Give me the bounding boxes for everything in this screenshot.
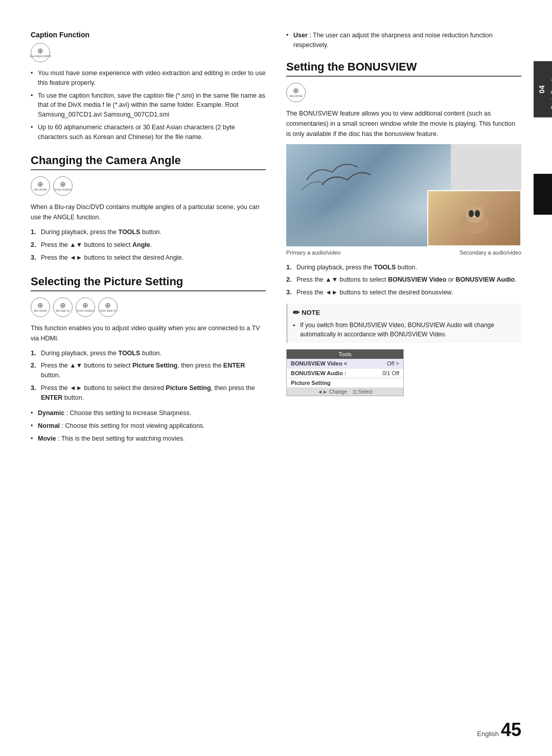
picture-setting-steps: 1. During playback, press the TOOLS butt… <box>31 349 266 403</box>
caption-bullet-3: Up to 60 alphanumeric characters or 30 E… <box>31 123 266 142</box>
dvdvideo-badge-ps: ⊕ DVD-VIDEO <box>76 297 95 317</box>
side-tab-number: 04 <box>538 85 546 94</box>
camera-angle-section: Changing the Camera Angle ⊕ BD-ROM ⊕ DVD… <box>31 154 266 262</box>
tools-menu-row-picture-setting: Picture Setting <box>287 378 403 388</box>
bonusview-intro: The BONUSVIEW feature allows you to view… <box>286 108 521 139</box>
tools-menu-footer: ◄► Change ⊡ Select <box>287 388 403 396</box>
bdrom-badge-bv: ⊕ BD-ROM <box>286 83 306 102</box>
main-content: Caption Function ⊕ DivX/MKV/MP4 You must… <box>31 31 521 456</box>
ps-dynamic: Dynamic : Choose this setting to increas… <box>31 408 266 418</box>
note-icon: ✏ <box>293 308 300 317</box>
note-label: NOTE <box>302 309 320 316</box>
caption-function-badges: ⊕ DivX/MKV/MP4 <box>31 43 266 62</box>
user-bullet-section: User : The user can adjust the sharpness… <box>286 31 521 50</box>
camera-angle-step-2: 2. Press the ▲▼ buttons to select Angle. <box>31 240 266 250</box>
camera-angle-step-1: 1. During playback, press the TOOLS butt… <box>31 227 266 237</box>
user-bullet-list: User : The user can adjust the sharpness… <box>286 31 521 50</box>
bv-step-3: 3. Press the ◄► buttons to select the de… <box>286 288 521 297</box>
ps-step-2: 2. Press the ▲▼ buttons to select Pictur… <box>31 361 266 380</box>
picture-setting-sub-bullets: Dynamic : Choose this setting to increas… <box>31 408 266 443</box>
divx-badge-icon: ⊕ <box>37 47 43 54</box>
note-title: ✏ NOTE <box>293 308 516 317</box>
dvdrw-badge-ps: ⊕ DVD-RW/-R <box>98 297 118 317</box>
svg-point-6 <box>473 216 476 218</box>
page-container: 04 Basic Functions Caption Function ⊕ Di… <box>0 0 552 756</box>
caption-function-list: You must have some experience with video… <box>31 68 266 142</box>
bonusview-image <box>286 144 521 246</box>
tools-menu: Tools BONUSVIEW Video < Off > BONUSVIEW … <box>286 349 404 396</box>
primary-label: Primary a audio/video <box>286 249 340 256</box>
ps-step-3: 3. Press the ◄► buttons to select the de… <box>31 383 266 403</box>
picture-setting-section: Selecting the Picture Setting ⊕ BD-ROM ⊕… <box>31 275 266 444</box>
bonusview-image-labels: Primary a audio/video Secondary a audio/… <box>286 249 521 256</box>
picture-setting-badges: ⊕ BD-ROM ⊕ BD-RE/-R ⊕ DVD-VIDEO ⊕ DVD-RW… <box>31 297 266 317</box>
bonusview-note: ✏ NOTE If you switch from BONUSVIEW Vide… <box>286 304 521 343</box>
side-tab-text: Basic Functions <box>550 70 552 109</box>
bdrom-badge-ps: ⊕ BD-ROM <box>31 297 50 317</box>
ps-step-1: 1. During playback, press the TOOLS butt… <box>31 349 266 358</box>
bv-step-2: 2. Press the ▲▼ buttons to select BONUSV… <box>286 275 521 285</box>
camera-angle-badges: ⊕ BD-ROM ⊕ DVD-VIDEO <box>31 176 266 196</box>
camera-angle-step-3: 3. Press the ◄► buttons to select the de… <box>31 253 266 263</box>
ps-normal: Normal : Choose this setting for most vi… <box>31 421 266 431</box>
camera-angle-intro: When a Blu-ray Disc/DVD contains multipl… <box>31 202 266 222</box>
bird-svg <box>296 149 399 211</box>
bonusview-secondary-area <box>427 190 521 246</box>
tools-menu-row-bonusview-audio: BONUSVIEW Audio : 0/1 Off <box>287 369 403 378</box>
bonusview-section: Setting the BONUSVIEW ⊕ BD-ROM The BONUS… <box>286 60 521 396</box>
page-footer: English 45 <box>477 719 521 741</box>
dvdvideo-badge-angle: ⊕ DVD-VIDEO <box>53 176 73 196</box>
footer-lang: English <box>477 730 499 738</box>
caption-bullet-1: You must have some experience with video… <box>31 68 266 88</box>
secondary-label: Secondary a audio/video <box>459 249 521 256</box>
bdrom-badge-angle: ⊕ BD-ROM <box>31 176 50 196</box>
bv-step-1: 1. During playback, press the TOOLS butt… <box>286 263 521 272</box>
divx-badge: ⊕ DivX/MKV/MP4 <box>31 43 50 62</box>
picture-setting-intro: This function enables you to adjust vide… <box>31 323 266 343</box>
bdre-badge-ps: ⊕ BD-RE/-R <box>53 297 73 317</box>
bonusview-title: Setting the BONUSVIEW <box>286 60 521 77</box>
picture-setting-title: Selecting the Picture Setting <box>31 275 266 291</box>
camera-angle-steps: 1. During playback, press the TOOLS butt… <box>31 227 266 262</box>
side-tab: 04 Basic Functions <box>534 61 552 118</box>
page-number: 45 <box>501 719 521 741</box>
divx-badge-label: DivX/MKV/MP4 <box>30 55 51 58</box>
bonusview-steps: 1. During playback, press the TOOLS butt… <box>286 263 521 297</box>
note-text: If you switch from BONUSVIEW Video, BONU… <box>293 320 516 339</box>
cat-svg <box>454 200 495 236</box>
tools-menu-header: Tools <box>287 350 403 359</box>
bonusview-badges: ⊕ BD-ROM <box>286 83 521 102</box>
tools-menu-row-bonusview-video: BONUSVIEW Video < Off > <box>287 359 403 369</box>
ps-movie: Movie : This is the best setting for wat… <box>31 434 266 444</box>
caption-function-title: Caption Function <box>31 31 266 39</box>
side-tab-bar <box>534 174 552 215</box>
caption-function-section: Caption Function ⊕ DivX/MKV/MP4 You must… <box>31 31 266 142</box>
ps-user: User : The user can adjust the sharpness… <box>286 31 521 50</box>
right-column: User : The user can adjust the sharpness… <box>286 31 521 456</box>
bonusview-primary-area <box>286 144 451 246</box>
caption-bullet-2: To use the caption function, save the ca… <box>31 91 266 120</box>
camera-angle-title: Changing the Camera Angle <box>31 154 266 170</box>
left-column: Caption Function ⊕ DivX/MKV/MP4 You must… <box>31 31 266 456</box>
